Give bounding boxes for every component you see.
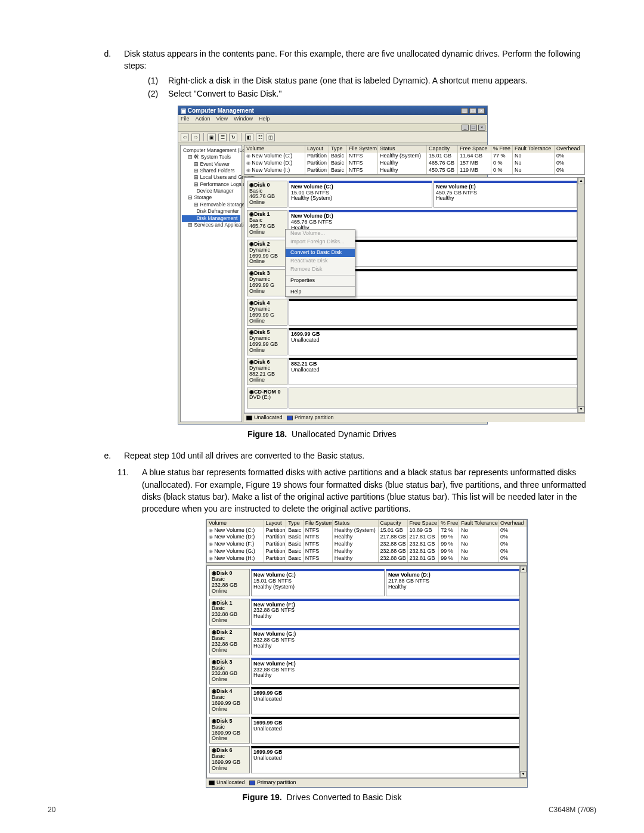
disk-row[interactable]: ◉Disk 3Basic232.88 GBOnlineNew Volume (H… xyxy=(209,658,519,685)
disk-row[interactable]: ◉Disk 4Basic1699.99 GBOnline1699.99 GBUn… xyxy=(209,687,519,714)
tb-icon[interactable]: ◧ xyxy=(245,134,253,141)
table-row[interactable]: New Volume (C:)PartitionBasicNTFSHealthy… xyxy=(244,153,584,160)
table-row[interactable]: New Volume (D:)PartitionBasicNTFSHealthy… xyxy=(207,534,527,541)
table-row[interactable]: New Volume (H:)PartitionBasicNTFSHealthy… xyxy=(207,555,527,562)
partition[interactable]: New Volume (I:)450.75 GB NTFSHealthy xyxy=(434,181,577,208)
table-row[interactable]: New Volume (C:)PartitionBasicNTFSHealthy… xyxy=(207,527,527,534)
disk-header[interactable]: ◉Disk 0Basic465.76 GBOnline xyxy=(247,181,287,208)
partition[interactable]: New Volume (F:)232.88 GB NTFSHealthy xyxy=(251,599,519,626)
disk-row[interactable]: ◉Disk 0Basic465.76 GBOnlineNew Volume (C… xyxy=(247,181,577,208)
partition[interactable]: 1699.99 GBUnallocated xyxy=(289,328,577,355)
nav-tree[interactable]: Computer Management (Local) ⊟ 🛠 System T… xyxy=(180,145,242,422)
disk-row[interactable]: ◉Disk 0Basic232.88 GBOnlineNew Volume (C… xyxy=(209,569,519,596)
disk-header[interactable]: ◉Disk 0Basic232.88 GBOnline xyxy=(209,569,250,596)
partition[interactable]: New Volume (D:)217.88 GB NTFSHealthy xyxy=(386,569,519,596)
partition[interactable]: New Volume (C:)15.01 GB NTFSHealthy (Sys… xyxy=(251,569,385,596)
disk-pane[interactable]: ◉Disk 0Basic232.88 GBOnlineNew Volume (C… xyxy=(206,565,527,778)
max-icon: □ xyxy=(469,108,476,114)
ctx-convert-basic[interactable]: Convert to Basic Disk xyxy=(286,249,355,257)
disk-row[interactable]: ◉CD-ROM 0DVD (E:) xyxy=(247,388,577,409)
ctx-reactivate: Reactivate Disk xyxy=(286,257,355,265)
tb-icon[interactable]: ◫ xyxy=(267,134,275,141)
close-icon: × xyxy=(478,108,485,114)
ctx-help[interactable]: Help xyxy=(286,288,355,296)
tb-icon[interactable]: ☷ xyxy=(256,134,264,141)
scrollbar[interactable]: ▲▼ xyxy=(519,566,527,778)
ctx-import-foreign: Import Foreign Disks... xyxy=(286,238,355,246)
partition[interactable]: New Volume (C:)15.01 GB NTFSHealthy (Sys… xyxy=(289,181,432,208)
back-icon[interactable]: ⇦ xyxy=(181,134,189,141)
disk-header[interactable]: ◉Disk 4Dynamic1699.99 GOnline xyxy=(247,299,287,326)
disk-row[interactable]: ◉Disk 5Basic1699.99 GBOnline1699.99 GBUn… xyxy=(209,717,519,744)
scrollbar[interactable]: ▲▼ xyxy=(577,178,584,413)
min-icon: _ xyxy=(461,108,468,114)
disk-row[interactable]: ◉Disk 6Dynamic882.21 GBOnline882.21 GBUn… xyxy=(247,358,577,385)
disk-header[interactable]: ◉Disk 3Basic232.88 GBOnline xyxy=(209,658,250,685)
partition[interactable]: 1699.99 GBUnallocated xyxy=(251,717,519,744)
partition[interactable]: 1699.99 GBUnallocated xyxy=(251,687,519,714)
disk-header[interactable]: ◉Disk 2Basic232.88 GBOnline xyxy=(209,628,250,655)
doc-id: C3648M (7/08) xyxy=(549,806,596,814)
fig18-window: ▣ Computer Management _□× FileActionView… xyxy=(178,106,488,425)
context-menu[interactable]: New Volume... Import Foreign Disks... Co… xyxy=(285,229,355,297)
step-d: Disk status appears in the contents pane… xyxy=(113,48,596,100)
table-row[interactable]: New Volume (D:)PartitionBasicNTFSHealthy… xyxy=(244,160,584,167)
window-titlebar[interactable]: ▣ Computer Management _□× xyxy=(178,106,487,115)
fwd-icon[interactable]: ⇨ xyxy=(191,134,200,141)
step-11: A blue status bar represents formatted d… xyxy=(131,466,596,515)
partition[interactable]: New Volume (H:)232.88 GB NTFSHealthy xyxy=(251,658,519,685)
tb-icon[interactable]: ▣ xyxy=(208,134,216,141)
ctx-properties[interactable]: Properties xyxy=(286,277,355,285)
refresh-icon[interactable]: ↻ xyxy=(229,134,237,141)
tree-disk-management[interactable]: Disk Management xyxy=(182,215,240,222)
table-row[interactable]: New Volume (I:)PartitionBasicNTFSHealthy… xyxy=(244,167,584,174)
legend: Unallocated Primary partition xyxy=(206,778,527,787)
disk-row[interactable]: ◉Disk 2Basic232.88 GBOnlineNew Volume (G… xyxy=(209,628,519,655)
disk-header[interactable]: ◉CD-ROM 0DVD (E:) xyxy=(247,388,287,409)
fig19-caption: Figure 19. Drives Converted to Basic Dis… xyxy=(48,792,596,802)
volume-table[interactable]: VolumeLayoutTypeFile SystemStatusCapacit… xyxy=(206,519,527,563)
volume-table[interactable]: VolumeLayoutTypeFile SystemStatusCapacit… xyxy=(244,145,585,175)
substep-1: (1)Right-click a disk in the Disk status… xyxy=(148,75,596,86)
disk-header[interactable]: ◉Disk 1Basic232.88 GBOnline xyxy=(209,599,250,626)
mdi-controls[interactable]: _□× xyxy=(462,125,485,131)
disk-header[interactable]: ◉Disk 6Dynamic882.21 GBOnline xyxy=(247,358,287,385)
disk-pane[interactable]: ◉Disk 0Basic465.76 GBOnlineNew Volume (C… xyxy=(244,177,585,414)
page-number: 20 xyxy=(48,806,55,814)
toolbar[interactable]: ⇦⇨ ▣☰↻ ◧☷◫ xyxy=(178,132,487,143)
window-controls[interactable]: _□× xyxy=(461,108,485,114)
disk-header[interactable]: ◉Disk 2Dynamic1699.99 GBOnline xyxy=(247,240,287,267)
step-d-text: Disk status appears in the contents pane… xyxy=(124,49,581,70)
table-row[interactable]: New Volume (F:)PartitionBasicNTFSHealthy… xyxy=(207,541,527,548)
table-row[interactable]: New Volume (G:)PartitionBasicNTFSHealthy… xyxy=(207,548,527,555)
step-e: Repeat step 10d until all drives are con… xyxy=(113,450,596,462)
disk-header[interactable]: ◉Disk 5Basic1699.99 GBOnline xyxy=(209,717,250,744)
disk-row[interactable]: ◉Disk 4Dynamic1699.99 GOnline xyxy=(247,299,577,326)
partition[interactable]: 1699.99 GBUnallocated xyxy=(251,746,519,773)
substep-2: (2)Select "Convert to Basic Disk." xyxy=(148,88,596,100)
legend: Unallocated Primary partition xyxy=(244,413,585,422)
table-header: VolumeLayoutTypeFile SystemStatusCapacit… xyxy=(244,145,584,153)
menu-bar[interactable]: FileActionViewWindowHelp xyxy=(178,115,487,124)
fig18-caption: Figure 18. Unallocated Dynamic Drives xyxy=(48,429,596,439)
disk-header[interactable]: ◉Disk 6Basic1699.99 GBOnline xyxy=(209,746,250,773)
partition[interactable]: New Volume (G:)232.88 GB NTFSHealthy xyxy=(251,628,519,655)
disk-row[interactable]: ◉Disk 5Dynamic1699.99 GBOnline1699.99 GB… xyxy=(247,328,577,355)
disk-row[interactable]: ◉Disk 1Basic232.88 GBOnlineNew Volume (F… xyxy=(209,599,519,626)
partition[interactable]: 882.21 GBUnallocated xyxy=(289,358,577,385)
partition[interactable] xyxy=(289,299,577,326)
disk-header[interactable]: ◉Disk 3Dynamic1699.99 GOnline xyxy=(247,269,287,296)
tb-icon[interactable]: ☰ xyxy=(218,134,227,141)
disk-header[interactable]: ◉Disk 1Basic465.76 GBOnline xyxy=(247,210,287,237)
disk-row[interactable]: ◉Disk 6Basic1699.99 GBOnline1699.99 GBUn… xyxy=(209,746,519,773)
ctx-new-volume: New Volume... xyxy=(286,230,355,238)
ctx-remove: Remove Disk xyxy=(286,265,355,274)
fig19-window: VolumeLayoutTypeFile SystemStatusCapacit… xyxy=(206,519,528,788)
disk-header[interactable]: ◉Disk 4Basic1699.99 GBOnline xyxy=(209,687,250,714)
table-header: VolumeLayoutTypeFile SystemStatusCapacit… xyxy=(207,520,527,527)
disk-header[interactable]: ◉Disk 5Dynamic1699.99 GBOnline xyxy=(247,328,287,355)
